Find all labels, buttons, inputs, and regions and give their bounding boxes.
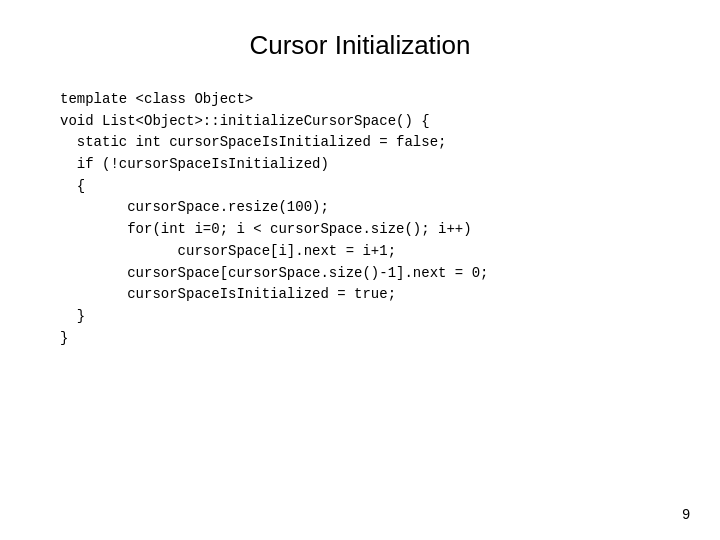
slide-title: Cursor Initialization bbox=[50, 30, 670, 61]
slide-container: Cursor Initialization template <class Ob… bbox=[0, 0, 720, 540]
code-block: template <class Object> void List<Object… bbox=[60, 89, 670, 349]
page-number: 9 bbox=[682, 506, 690, 522]
